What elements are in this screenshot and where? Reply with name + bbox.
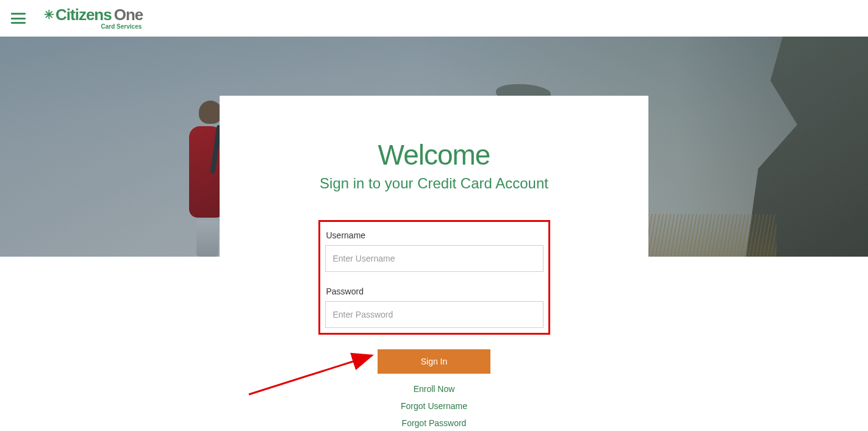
- username-input[interactable]: [325, 245, 543, 272]
- enroll-link[interactable]: Enroll Now: [414, 384, 455, 394]
- brand-name-secondary: One: [114, 7, 143, 23]
- signin-card: Welcome Sign in to your Credit Card Acco…: [220, 96, 648, 431]
- brand-tagline: Card Services: [44, 24, 142, 30]
- password-input[interactable]: [325, 301, 543, 328]
- brand-name-primary: Citizens: [56, 7, 112, 23]
- password-label: Password: [326, 287, 543, 296]
- forgot-username-link[interactable]: Forgot Username: [401, 401, 467, 411]
- page-subtitle: Sign in to your Credit Card Account: [262, 175, 606, 192]
- username-label: Username: [326, 230, 543, 240]
- brand-logo[interactable]: ✳ Citizens One Card Services: [44, 7, 143, 30]
- app-header: ✳ Citizens One Card Services: [0, 0, 868, 37]
- brand-mark-icon: ✳: [44, 9, 54, 21]
- credentials-highlight-box: Username Password: [318, 220, 550, 335]
- hamburger-menu-icon[interactable]: [11, 13, 26, 24]
- page-title: Welcome: [262, 138, 606, 171]
- forgot-password-link[interactable]: Forgot Password: [402, 418, 467, 428]
- signin-button[interactable]: Sign In: [378, 349, 490, 374]
